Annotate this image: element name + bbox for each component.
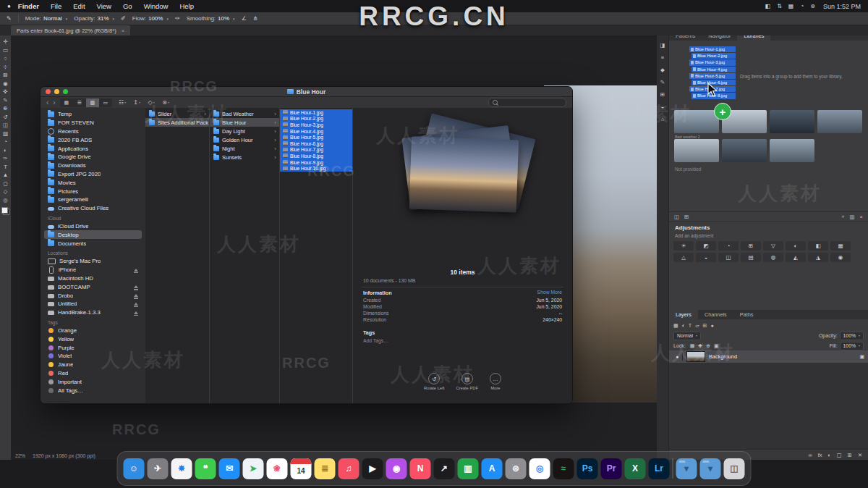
show-more-link[interactable]: Show More [537,290,562,295]
dock-maps[interactable]: ➤ [243,458,264,479]
file-row[interactable]: Blue Hour-9.jpg [280,159,352,166]
opacity-select[interactable]: 100% [840,332,864,340]
layer-filter-icon[interactable]: ◐ [682,323,685,329]
tool-icon[interactable]: ✑ [3,155,7,161]
sidebar-item[interactable]: Creative Cloud Files [44,204,142,213]
file-row[interactable]: Blue Hour-6.jpg [280,140,352,147]
collapsed-panel-icon[interactable]: ⊞ [660,91,665,98]
library-footer-icon[interactable]: ◫ [674,214,679,220]
group-button[interactable]: ☷ [116,98,129,107]
dragged-file-row[interactable]: Blue Hour-2.jpg [692,53,736,59]
dock-app-store[interactable]: A [482,458,503,479]
tool-icon[interactable]: ▲ [3,172,8,178]
file-row[interactable]: Blue Hour-4.jpg [280,128,352,135]
sidebar-item[interactable]: 2020 FB ADS [44,135,142,144]
adjustment-icon[interactable]: ◩ [696,241,716,251]
layer-name[interactable]: Background [709,353,737,360]
sidebar-item[interactable]: BOOTCAMP [44,282,142,291]
adjustment-icon[interactable]: ◍ [763,253,783,262]
library-asset-thumbnail[interactable] [674,110,719,133]
adjustment-icon[interactable]: ▤ [741,253,761,262]
dock-folder-documents[interactable]: ▾ [700,458,721,479]
minimize-button[interactable] [54,89,59,94]
menu-item[interactable]: Edit [67,2,90,10]
sidebar-item[interactable]: Desktop [44,230,142,239]
adjustment-icon[interactable]: ◫ [718,253,739,262]
sidebar-tag-item[interactable]: Violet [44,352,142,361]
brush-angle-icon[interactable]: ∠ [242,15,247,22]
library-footer-icon[interactable]: ⊞ [684,214,689,220]
opacity-option[interactable]: Opacity:31% [74,15,114,22]
tool-icon[interactable]: ↺ [3,114,7,120]
file-row[interactable]: Blue Hour-7.jpg [280,147,352,153]
dock-photoshop[interactable]: Ps [577,458,598,479]
layer-filter-icon[interactable]: T [689,323,692,329]
file-row[interactable]: Blue Hour-8.jpg [280,153,352,159]
apple-menu-icon[interactable]: ● [7,3,11,9]
collapsed-panel-icon[interactable]: ≡ [661,54,664,61]
layers-bottom-icon[interactable]: ▢ [837,452,842,458]
lock-option-icon[interactable]: ▣ [714,343,719,349]
tool-icon[interactable]: ◐ [4,147,7,153]
status-icon[interactable]: ⊛ [810,3,815,9]
column-folder-row[interactable]: Sites Additional Pack [145,118,209,127]
sidebar-item[interactable]: FOR STEVEN [44,119,142,127]
adjustment-icon[interactable]: ⊞ [741,241,761,251]
list-view-button[interactable]: ☰ [73,98,86,107]
dock-chrome[interactable]: ◎ [529,458,550,479]
foreground-background-swatches[interactable] [1,207,9,215]
sidebar-item[interactable]: Untitled [44,300,142,308]
tool-icon[interactable]: T [4,164,7,170]
icon-view-button[interactable]: ▦ [60,98,73,107]
column-folder-row[interactable]: Night [210,144,279,153]
layer-thumbnail[interactable] [686,351,705,362]
adjustment-icon[interactable]: ☀ [673,241,694,251]
sidebar-item[interactable]: iCloud Drive [44,222,142,231]
fill-select[interactable]: 100% [840,342,864,350]
airbrush-icon[interactable]: ✑ [175,15,180,22]
sidebar-item[interactable]: Temp [44,110,142,119]
menu-item[interactable]: Finder [12,2,45,10]
flow-option[interactable]: Flow:100% [132,15,169,22]
file-row[interactable]: Blue Hour-5.jpg [280,134,352,140]
tool-icon[interactable]: ◎ [3,197,8,203]
dock-tv[interactable]: ▶ [362,458,383,479]
sidebar-item[interactable]: iPhone [44,266,142,274]
menu-item[interactable]: Go [117,2,138,10]
sidebar-tag-item[interactable]: Purple [44,343,142,352]
dock-spotify[interactable]: ≈ [553,458,574,479]
tool-icon[interactable]: ⊹ [3,64,7,70]
eject-icon[interactable] [134,303,138,306]
tool-icon[interactable]: ▨ [3,130,8,137]
sidebar-item[interactable]: Serge's Mac Pro [44,257,142,266]
sidebar-item[interactable]: Recents [44,127,142,136]
eject-icon[interactable] [134,311,138,314]
adjustment-icon[interactable]: △ [673,253,694,262]
status-icon[interactable]: ▦ [788,3,794,9]
library-asset-thumbnail[interactable] [722,139,767,162]
finder-titlebar[interactable]: Blue Hour [41,87,572,97]
menu-item[interactable]: Window [138,2,174,10]
back-button[interactable]: ‹ [46,99,48,106]
sidebar-tag-item[interactable]: Important [44,377,142,386]
library-asset-thumbnail[interactable] [770,139,814,162]
layer-filter-icon[interactable]: ● [710,323,713,329]
layer-row-background[interactable]: ● Background ▣ [669,350,868,363]
dock-trash[interactable]: ◫ [724,458,745,479]
dock-system-preferences[interactable]: ⊛ [506,458,527,479]
adjustment-icon[interactable]: ◔ [718,241,739,251]
layers-bottom-icon[interactable]: ◐ [827,452,830,458]
dock-item[interactable] [673,458,673,479]
dock-photos[interactable]: ❀ [267,458,288,479]
sidebar-item[interactable]: Drobo [44,291,142,300]
menu-item[interactable]: View [91,2,117,10]
lock-icon[interactable]: ▣ [859,354,864,360]
layers-panel-tab[interactable]: Channels [698,310,733,319]
tool-icon[interactable]: ▭ [3,47,8,54]
dock-mail[interactable]: ✉ [219,458,240,479]
lock-option-icon[interactable]: ⊕ [706,343,710,349]
dock-notes[interactable]: ≣ [315,458,336,479]
layer-filter-icon[interactable]: ▦ [673,323,678,329]
adjustment-icon[interactable]: ◐ [786,241,806,251]
sidebar-tag-item[interactable]: Red [44,369,142,378]
